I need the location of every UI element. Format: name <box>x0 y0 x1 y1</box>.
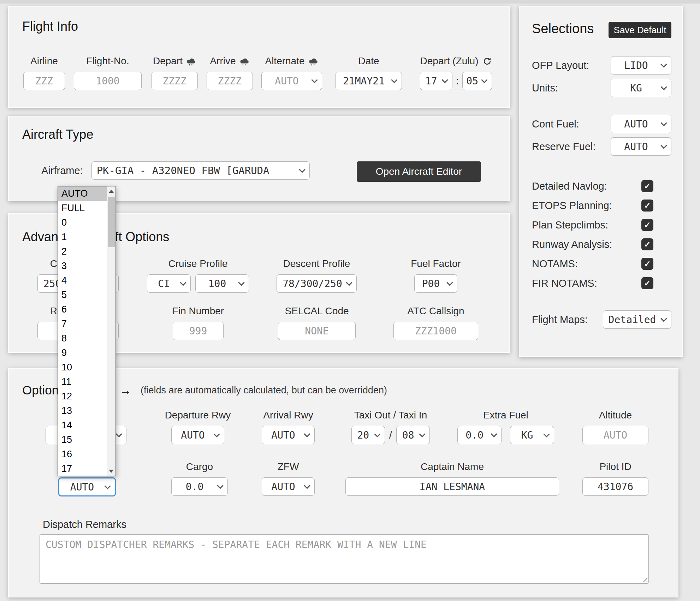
cont-fuel-row: Cont Fuel: AUTO <box>532 114 671 133</box>
pilot-id-input[interactable] <box>582 477 648 496</box>
dropdown-option[interactable]: 17 <box>58 462 107 476</box>
chevron-down-icon <box>660 120 667 126</box>
extra-fuel-field: Extra Fuel 0.0 KG <box>457 409 554 444</box>
depart-zulu-label: Depart (Zulu) <box>420 55 479 67</box>
airframe-select[interactable]: PK-GIA - A320NEO FBW [GARUDA <box>91 161 310 180</box>
depart-input[interactable] <box>152 72 198 90</box>
descent-profile-field: Descent Profile 78/300/250 <box>277 258 357 293</box>
dropdown-option[interactable]: 15 <box>58 433 107 447</box>
dropdown-option[interactable]: 1 <box>58 230 107 244</box>
cargo-select[interactable]: 0.0 <box>171 477 228 496</box>
dropdown-option[interactable]: 6 <box>58 302 107 317</box>
atc-callsign-input[interactable] <box>393 322 478 340</box>
arrive-weather-icon[interactable] <box>239 57 250 66</box>
flight-info-title: Flight Info <box>22 19 78 34</box>
fin-number-field: Fin Number <box>173 305 224 340</box>
captain-name-input[interactable] <box>345 477 559 496</box>
refresh-icon[interactable] <box>483 57 492 66</box>
chevron-down-icon <box>304 482 310 489</box>
dropdown-option[interactable]: 5 <box>58 288 107 302</box>
dropdown-option[interactable]: 0 <box>58 215 107 230</box>
detailed-navlog-checkbox[interactable]: ✓ <box>641 180 653 192</box>
fir-notams-row: FIR NOTAMS: ✓ <box>532 276 653 290</box>
depart-weather-icon[interactable] <box>186 57 196 66</box>
altitude-input[interactable] <box>582 426 648 444</box>
dropdown-option[interactable]: 10 <box>58 360 107 375</box>
dropdown-option[interactable]: 16 <box>58 447 107 462</box>
dropdown-scrollbar[interactable] <box>107 186 115 476</box>
chevron-down-icon <box>660 142 667 149</box>
airline-input[interactable] <box>23 72 65 90</box>
airline-label: Airline <box>30 55 58 67</box>
passengers-select[interactable]: AUTO <box>58 477 116 496</box>
selcal-code-input[interactable] <box>278 322 356 340</box>
dropdown-option[interactable]: FULL <box>58 201 107 215</box>
flight-maps-select[interactable]: Detailed <box>603 310 671 329</box>
depart-zulu-minute-select[interactable]: 05 <box>462 72 492 90</box>
check-icon: ✓ <box>644 220 651 230</box>
arrival-rwy-select[interactable]: AUTO <box>262 426 315 444</box>
cruise-profile-field: Cruise Profile CI 100 <box>147 258 249 293</box>
zulu-colon: : <box>456 75 459 87</box>
arrive-label: Arrive <box>210 55 236 67</box>
taxi-in-select[interactable]: 08 <box>396 426 430 444</box>
fin-number-input[interactable] <box>173 322 224 340</box>
detailed-navlog-row: Detailed Navlog: ✓ <box>532 179 653 193</box>
dropdown-option[interactable]: 2 <box>58 244 107 259</box>
chevron-down-icon <box>441 77 448 83</box>
pilot-id-field: Pilot ID <box>582 461 648 496</box>
dropdown-option[interactable]: 13 <box>58 404 107 418</box>
departure-rwy-select[interactable]: AUTO <box>171 426 224 444</box>
etops-planning-checkbox[interactable]: ✓ <box>641 200 653 212</box>
dropdown-option[interactable]: 12 <box>58 389 107 404</box>
detailed-navlog-label: Detailed Navlog: <box>532 180 607 192</box>
units-select[interactable]: KG <box>611 79 671 97</box>
extra-fuel-units-select[interactable]: KG <box>510 426 554 444</box>
dropdown-option[interactable]: 4 <box>58 273 107 288</box>
chevron-down-icon <box>660 84 667 90</box>
open-aircraft-editor-button[interactable]: Open Aircraft Editor <box>357 161 481 182</box>
alternate-weather-icon[interactable] <box>308 57 319 66</box>
plan-stepclimbs-checkbox[interactable]: ✓ <box>641 219 653 231</box>
atc-callsign-field: ATC Callsign <box>393 305 478 340</box>
taxi-label: Taxi Out / Taxi In <box>354 410 427 421</box>
dropdown-option[interactable]: 9 <box>58 346 107 360</box>
extra-fuel-amount-select[interactable]: 0.0 <box>457 426 502 444</box>
selections-title: Selections <box>532 21 594 36</box>
dropdown-option[interactable]: 3 <box>58 259 107 273</box>
dropdown-option[interactable]: 8 <box>58 331 107 346</box>
date-select[interactable]: 21MAY21 <box>336 72 402 90</box>
pilot-id-label: Pilot ID <box>599 461 631 472</box>
airframe-label: Airframe: <box>41 165 83 177</box>
descent-profile-select[interactable]: 78/300/250 <box>277 274 357 293</box>
arrive-input[interactable] <box>207 72 253 90</box>
dropdown-option[interactable]: 14 <box>58 418 107 433</box>
cont-fuel-select[interactable]: AUTO <box>611 115 671 133</box>
scrollbar-thumb[interactable] <box>108 197 115 247</box>
scroll-down-button[interactable] <box>107 466 115 476</box>
notams-checkbox[interactable]: ✓ <box>641 258 653 270</box>
reserve-fuel-select[interactable]: AUTO <box>611 137 671 156</box>
dropdown-option[interactable]: 7 <box>58 317 107 331</box>
dropdown-option[interactable]: 11 <box>58 375 107 389</box>
ofp-layout-select[interactable]: LIDO <box>611 56 671 75</box>
taxi-out-select[interactable]: 20 <box>351 426 385 444</box>
etops-planning-row: ETOPS Planning: ✓ <box>532 198 653 213</box>
save-default-button[interactable]: Save Default <box>609 22 671 38</box>
scroll-up-button[interactable] <box>107 186 115 196</box>
flight-no-input[interactable] <box>74 72 142 90</box>
dropdown-option[interactable]: AUTO <box>58 186 107 201</box>
cruise-mode-select[interactable]: CI <box>147 274 191 293</box>
depart-zulu-hour-select[interactable]: 17 <box>420 72 452 90</box>
fuel-factor-select[interactable]: P00 <box>414 274 457 293</box>
cruise-value-select[interactable]: 100 <box>195 274 249 293</box>
runway-analysis-checkbox[interactable]: ✓ <box>641 238 653 250</box>
fir-notams-checkbox[interactable]: ✓ <box>641 277 653 289</box>
depart-zulu-field: Depart (Zulu) 17 : 05 <box>414 55 498 90</box>
zfw-select[interactable]: AUTO <box>262 477 315 496</box>
alternate-select[interactable]: AUTO <box>261 72 322 90</box>
dispatch-remarks-textarea[interactable] <box>40 534 649 584</box>
chevron-down-icon <box>543 431 550 437</box>
chevron-down-icon <box>304 431 310 437</box>
date-label: Date <box>358 55 379 67</box>
